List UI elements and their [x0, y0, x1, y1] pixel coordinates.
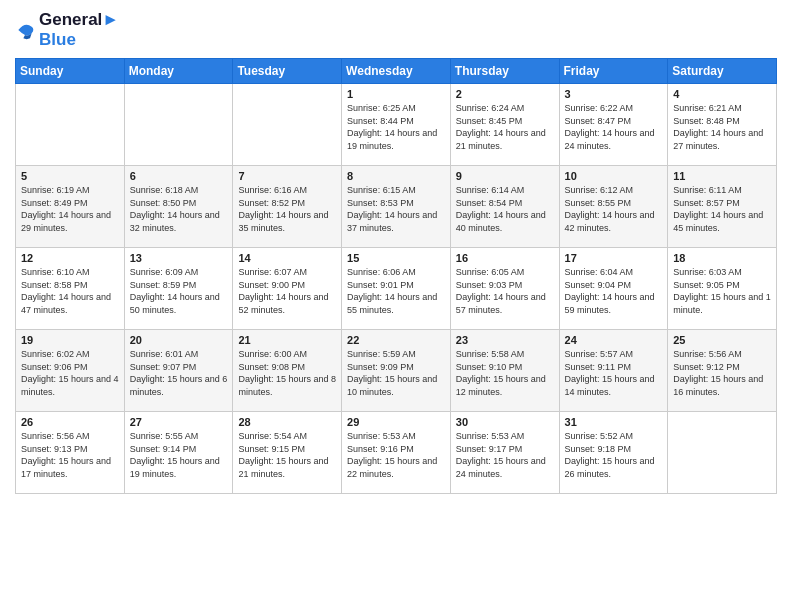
calendar-cell: 20Sunrise: 6:01 AMSunset: 9:07 PMDayligh… [124, 330, 233, 412]
calendar-cell: 15Sunrise: 6:06 AMSunset: 9:01 PMDayligh… [342, 248, 451, 330]
day-number: 13 [130, 252, 228, 264]
calendar-cell: 16Sunrise: 6:05 AMSunset: 9:03 PMDayligh… [450, 248, 559, 330]
calendar-cell [233, 84, 342, 166]
calendar-cell: 17Sunrise: 6:04 AMSunset: 9:04 PMDayligh… [559, 248, 668, 330]
calendar-cell: 7Sunrise: 6:16 AMSunset: 8:52 PMDaylight… [233, 166, 342, 248]
day-info: Sunrise: 6:04 AMSunset: 9:04 PMDaylight:… [565, 266, 663, 316]
day-info: Sunrise: 5:54 AMSunset: 9:15 PMDaylight:… [238, 430, 336, 480]
calendar-cell: 30Sunrise: 5:53 AMSunset: 9:17 PMDayligh… [450, 412, 559, 494]
calendar-cell [16, 84, 125, 166]
calendar-cell: 5Sunrise: 6:19 AMSunset: 8:49 PMDaylight… [16, 166, 125, 248]
day-number: 19 [21, 334, 119, 346]
weekday-header-friday: Friday [559, 59, 668, 84]
logo-icon [15, 20, 35, 40]
day-info: Sunrise: 5:57 AMSunset: 9:11 PMDaylight:… [565, 348, 663, 398]
day-info: Sunrise: 6:24 AMSunset: 8:45 PMDaylight:… [456, 102, 554, 152]
calendar-cell: 21Sunrise: 6:00 AMSunset: 9:08 PMDayligh… [233, 330, 342, 412]
weekday-header-saturday: Saturday [668, 59, 777, 84]
weekday-header-wednesday: Wednesday [342, 59, 451, 84]
day-number: 20 [130, 334, 228, 346]
calendar-cell: 24Sunrise: 5:57 AMSunset: 9:11 PMDayligh… [559, 330, 668, 412]
day-number: 1 [347, 88, 445, 100]
day-info: Sunrise: 6:19 AMSunset: 8:49 PMDaylight:… [21, 184, 119, 234]
calendar-cell: 22Sunrise: 5:59 AMSunset: 9:09 PMDayligh… [342, 330, 451, 412]
calendar-cell: 26Sunrise: 5:56 AMSunset: 9:13 PMDayligh… [16, 412, 125, 494]
day-info: Sunrise: 6:10 AMSunset: 8:58 PMDaylight:… [21, 266, 119, 316]
calendar-cell: 12Sunrise: 6:10 AMSunset: 8:58 PMDayligh… [16, 248, 125, 330]
day-number: 18 [673, 252, 771, 264]
day-number: 17 [565, 252, 663, 264]
weekday-header-monday: Monday [124, 59, 233, 84]
calendar-cell: 6Sunrise: 6:18 AMSunset: 8:50 PMDaylight… [124, 166, 233, 248]
calendar-cell: 14Sunrise: 6:07 AMSunset: 9:00 PMDayligh… [233, 248, 342, 330]
weekday-header-tuesday: Tuesday [233, 59, 342, 84]
day-info: Sunrise: 6:01 AMSunset: 9:07 PMDaylight:… [130, 348, 228, 398]
day-info: Sunrise: 6:18 AMSunset: 8:50 PMDaylight:… [130, 184, 228, 234]
day-info: Sunrise: 6:03 AMSunset: 9:05 PMDaylight:… [673, 266, 771, 316]
day-number: 7 [238, 170, 336, 182]
calendar-cell: 18Sunrise: 6:03 AMSunset: 9:05 PMDayligh… [668, 248, 777, 330]
day-info: Sunrise: 5:59 AMSunset: 9:09 PMDaylight:… [347, 348, 445, 398]
header: General► Blue [15, 10, 777, 50]
calendar-cell: 11Sunrise: 6:11 AMSunset: 8:57 PMDayligh… [668, 166, 777, 248]
calendar-cell: 27Sunrise: 5:55 AMSunset: 9:14 PMDayligh… [124, 412, 233, 494]
logo: General► Blue [15, 10, 119, 50]
day-number: 4 [673, 88, 771, 100]
calendar-cell: 29Sunrise: 5:53 AMSunset: 9:16 PMDayligh… [342, 412, 451, 494]
day-number: 11 [673, 170, 771, 182]
day-number: 5 [21, 170, 119, 182]
day-number: 14 [238, 252, 336, 264]
day-info: Sunrise: 5:53 AMSunset: 9:17 PMDaylight:… [456, 430, 554, 480]
day-info: Sunrise: 6:07 AMSunset: 9:00 PMDaylight:… [238, 266, 336, 316]
day-info: Sunrise: 6:22 AMSunset: 8:47 PMDaylight:… [565, 102, 663, 152]
calendar-cell [668, 412, 777, 494]
day-info: Sunrise: 5:58 AMSunset: 9:10 PMDaylight:… [456, 348, 554, 398]
day-number: 12 [21, 252, 119, 264]
day-number: 24 [565, 334, 663, 346]
day-number: 10 [565, 170, 663, 182]
calendar-cell: 3Sunrise: 6:22 AMSunset: 8:47 PMDaylight… [559, 84, 668, 166]
day-info: Sunrise: 6:14 AMSunset: 8:54 PMDaylight:… [456, 184, 554, 234]
day-info: Sunrise: 6:05 AMSunset: 9:03 PMDaylight:… [456, 266, 554, 316]
calendar-cell [124, 84, 233, 166]
day-info: Sunrise: 6:16 AMSunset: 8:52 PMDaylight:… [238, 184, 336, 234]
day-info: Sunrise: 6:06 AMSunset: 9:01 PMDaylight:… [347, 266, 445, 316]
day-number: 15 [347, 252, 445, 264]
day-number: 27 [130, 416, 228, 428]
day-info: Sunrise: 6:02 AMSunset: 9:06 PMDaylight:… [21, 348, 119, 398]
day-info: Sunrise: 5:56 AMSunset: 9:13 PMDaylight:… [21, 430, 119, 480]
calendar-cell: 1Sunrise: 6:25 AMSunset: 8:44 PMDaylight… [342, 84, 451, 166]
day-number: 31 [565, 416, 663, 428]
day-info: Sunrise: 6:25 AMSunset: 8:44 PMDaylight:… [347, 102, 445, 152]
day-info: Sunrise: 6:21 AMSunset: 8:48 PMDaylight:… [673, 102, 771, 152]
day-number: 6 [130, 170, 228, 182]
day-number: 30 [456, 416, 554, 428]
weekday-header-thursday: Thursday [450, 59, 559, 84]
week-row-3: 19Sunrise: 6:02 AMSunset: 9:06 PMDayligh… [16, 330, 777, 412]
day-number: 29 [347, 416, 445, 428]
calendar-cell: 4Sunrise: 6:21 AMSunset: 8:48 PMDaylight… [668, 84, 777, 166]
day-number: 26 [21, 416, 119, 428]
calendar-cell: 8Sunrise: 6:15 AMSunset: 8:53 PMDaylight… [342, 166, 451, 248]
day-info: Sunrise: 5:53 AMSunset: 9:16 PMDaylight:… [347, 430, 445, 480]
weekday-header-sunday: Sunday [16, 59, 125, 84]
calendar-cell: 19Sunrise: 6:02 AMSunset: 9:06 PMDayligh… [16, 330, 125, 412]
calendar-cell: 28Sunrise: 5:54 AMSunset: 9:15 PMDayligh… [233, 412, 342, 494]
day-number: 9 [456, 170, 554, 182]
calendar-cell: 25Sunrise: 5:56 AMSunset: 9:12 PMDayligh… [668, 330, 777, 412]
day-info: Sunrise: 6:09 AMSunset: 8:59 PMDaylight:… [130, 266, 228, 316]
logo-text: General► Blue [39, 10, 119, 50]
day-number: 8 [347, 170, 445, 182]
page: General► Blue SundayMondayTuesdayWednesd… [0, 0, 792, 612]
week-row-2: 12Sunrise: 6:10 AMSunset: 8:58 PMDayligh… [16, 248, 777, 330]
day-number: 25 [673, 334, 771, 346]
day-info: Sunrise: 5:52 AMSunset: 9:18 PMDaylight:… [565, 430, 663, 480]
day-number: 2 [456, 88, 554, 100]
week-row-4: 26Sunrise: 5:56 AMSunset: 9:13 PMDayligh… [16, 412, 777, 494]
day-info: Sunrise: 5:56 AMSunset: 9:12 PMDaylight:… [673, 348, 771, 398]
calendar-cell: 23Sunrise: 5:58 AMSunset: 9:10 PMDayligh… [450, 330, 559, 412]
week-row-0: 1Sunrise: 6:25 AMSunset: 8:44 PMDaylight… [16, 84, 777, 166]
calendar-cell: 9Sunrise: 6:14 AMSunset: 8:54 PMDaylight… [450, 166, 559, 248]
calendar-cell: 10Sunrise: 6:12 AMSunset: 8:55 PMDayligh… [559, 166, 668, 248]
week-row-1: 5Sunrise: 6:19 AMSunset: 8:49 PMDaylight… [16, 166, 777, 248]
